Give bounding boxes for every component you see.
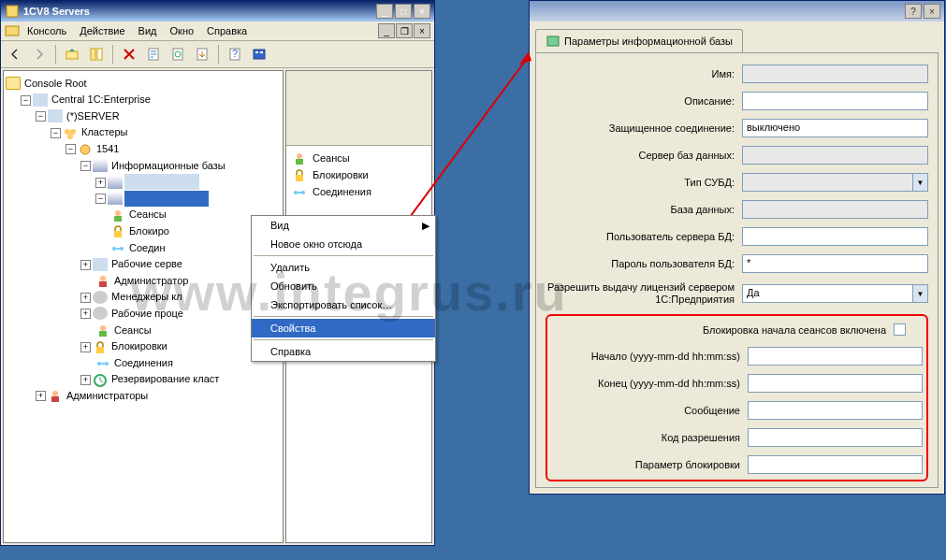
help-button[interactable]: ?	[225, 44, 245, 65]
dbuser-input[interactable]	[742, 227, 928, 246]
tree-1541[interactable]: −1541	[6, 140, 281, 157]
expand-icon[interactable]: +	[80, 342, 91, 352]
tree-clusters[interactable]: −Кластеры	[6, 124, 281, 141]
tree-server[interactable]: −(*)SERVER	[6, 108, 281, 124]
mdi-minimize[interactable]: _	[378, 23, 395, 38]
tree-locks[interactable]: Блокиро	[6, 223, 281, 239]
dbname-input[interactable]	[742, 200, 928, 219]
block-enabled-checkbox[interactable]	[894, 323, 906, 336]
help-button[interactable]: ?	[905, 4, 922, 19]
menu-window[interactable]: Окно	[165, 23, 200, 38]
start-input[interactable]	[748, 347, 923, 366]
tree-sessions2[interactable]: Сеансы	[6, 322, 281, 338]
mdi-close[interactable]: ×	[414, 23, 430, 38]
svg-point-15	[70, 129, 76, 135]
field-label: Блокировка начала сеансов включена	[551, 324, 894, 336]
ctx-view[interactable]: Вид▶	[252, 216, 435, 235]
dbserver-input[interactable]	[742, 146, 928, 165]
export-button[interactable]	[192, 44, 212, 65]
expand-icon[interactable]: +	[80, 260, 91, 270]
forward-button[interactable]	[29, 44, 50, 65]
block-param-input[interactable]	[748, 455, 923, 474]
tree-sessions[interactable]: Сеансы	[6, 207, 281, 223]
expand-icon[interactable]: +	[36, 391, 46, 401]
permit-code-input[interactable]	[748, 428, 923, 447]
close-button[interactable]: ×	[924, 4, 940, 19]
message-input[interactable]	[748, 401, 923, 420]
tab-params[interactable]: Параметры информационной базы	[535, 29, 743, 52]
menu-view[interactable]: Вид	[133, 23, 163, 38]
minimize-button[interactable]: _	[376, 4, 393, 19]
dbpass-input[interactable]: *	[742, 254, 928, 273]
tree-connections[interactable]: Соедин	[6, 239, 281, 256]
delete-button[interactable]	[119, 44, 139, 65]
tree-ib2-selected[interactable]: −	[6, 190, 281, 207]
tree-backup[interactable]: +Резервирование класт	[6, 371, 281, 388]
tree-locks2[interactable]: +Блокировки	[6, 338, 281, 355]
locks-icon	[292, 168, 307, 181]
secure-select[interactable]: выключено▼	[742, 119, 928, 137]
dbtype-select[interactable]: ▼	[742, 173, 928, 192]
tree-workprocs[interactable]: +Рабочие проце	[6, 305, 281, 322]
collapse-icon[interactable]: −	[65, 144, 76, 154]
name-input[interactable]	[742, 65, 928, 83]
menu-console[interactable]: Консоль	[22, 23, 72, 38]
tree-managers[interactable]: +Менеджеры кл	[6, 289, 281, 306]
svg-rect-34	[296, 159, 303, 165]
ctx-refresh[interactable]: Обновить	[252, 277, 435, 295]
list-item[interactable]: Блокировки	[290, 166, 428, 183]
refresh-button[interactable]	[167, 44, 188, 65]
collapse-icon[interactable]: −	[51, 128, 61, 138]
ctx-properties[interactable]: Свойства	[252, 319, 435, 337]
chevron-down-icon[interactable]: ▼	[912, 174, 927, 191]
collapse-icon[interactable]: −	[36, 111, 46, 122]
view-button[interactable]	[249, 44, 269, 65]
expand-icon[interactable]: +	[80, 293, 91, 303]
close-button[interactable]: ×	[414, 4, 430, 19]
tree-central[interactable]: −Central 1C:Enterprise	[6, 92, 281, 108]
expand-icon[interactable]: +	[80, 375, 91, 385]
tree-pane[interactable]: Console Root −Central 1C:Enterprise −(*)…	[3, 70, 284, 543]
mdi-restore[interactable]: ❐	[396, 23, 413, 38]
up-button[interactable]	[62, 44, 82, 65]
props-button[interactable]	[143, 44, 164, 65]
svg-point-29	[105, 362, 109, 366]
license-select[interactable]: Да▼	[742, 284, 928, 303]
back-button[interactable]	[5, 44, 25, 65]
tree-connections2[interactable]: Соединения	[6, 354, 281, 371]
ctx-delete[interactable]: Удалить	[252, 258, 435, 277]
titlebar[interactable]: 1CV8 Servers _ □ ×	[1, 1, 434, 22]
submenu-arrow-icon: ▶	[422, 220, 429, 232]
tree-admins[interactable]: +Администраторы	[6, 387, 281, 404]
list-item[interactable]: Соединения	[290, 183, 428, 200]
expand-icon[interactable]: +	[80, 309, 91, 319]
svg-rect-20	[114, 231, 122, 237]
ctx-export[interactable]: Экспортировать список…	[252, 295, 435, 314]
menu-help[interactable]: Справка	[201, 23, 253, 38]
list-item[interactable]: Сеансы	[290, 150, 428, 166]
tree-infobases[interactable]: −Информационные базы	[6, 157, 281, 174]
svg-rect-1	[6, 26, 19, 36]
collapse-icon[interactable]: −	[95, 194, 106, 204]
end-input[interactable]	[748, 374, 923, 393]
svg-point-37	[301, 191, 305, 194]
ctx-help[interactable]: Справка	[252, 342, 435, 361]
field-block-enabled: Блокировка начала сеансов включена	[551, 323, 923, 336]
svg-rect-2	[66, 51, 78, 59]
field-dbname: База данных:	[546, 200, 928, 219]
expand-icon[interactable]: +	[95, 178, 106, 188]
chevron-down-icon[interactable]: ▼	[912, 285, 927, 302]
tree-ib1[interactable]: +	[6, 174, 281, 191]
dialog-titlebar[interactable]: ? ×	[530, 1, 944, 22]
menu-action[interactable]: Действие	[74, 23, 130, 38]
tree-cluster-admins[interactable]: Администратор	[6, 272, 281, 289]
tree-root[interactable]: Console Root	[6, 75, 281, 92]
server-icon	[48, 109, 63, 122]
collapse-icon[interactable]: −	[21, 95, 31, 106]
maximize-button[interactable]: □	[395, 4, 412, 19]
show-tree-button[interactable]	[86, 44, 107, 65]
tree-workservers[interactable]: +Рабочие серве	[6, 256, 281, 273]
collapse-icon[interactable]: −	[80, 161, 91, 171]
ctx-new-window[interactable]: Новое окно отсюда	[252, 235, 435, 253]
desc-input[interactable]	[742, 92, 928, 110]
